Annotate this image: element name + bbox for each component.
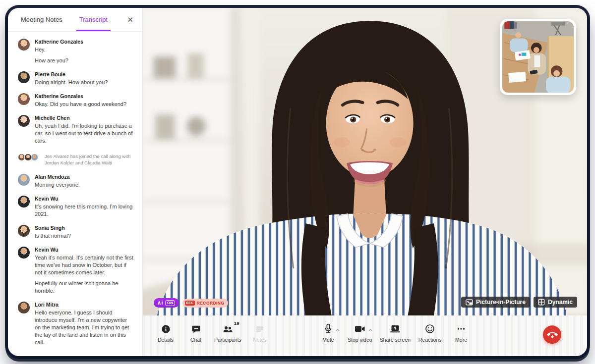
transcript-panel: Meeting Notes Transcript ✕ Katherine Gon… — [8, 8, 143, 356]
speaker-name: Kevin Wu — [35, 246, 134, 253]
reactions-label: Reactions — [418, 337, 442, 343]
participants-label: Participants — [214, 337, 241, 343]
transcript-entry: Katherine GonzalesOkay. Did you have a g… — [18, 93, 134, 108]
pip-icon — [466, 299, 473, 306]
transcript-line: It's snowing here this morning. I'm lovi… — [35, 203, 134, 218]
speaker-name: Kevin Wu — [35, 195, 134, 202]
recording-label: RECORDING — [197, 301, 225, 306]
transcript-entry: Pierre BouleDoing alright. How about you… — [18, 71, 134, 86]
transcript-system-row: Jen Alvarez has joined the call along wi… — [18, 151, 134, 167]
details-button[interactable]: Details — [154, 323, 178, 343]
mute-label: Mute — [322, 337, 334, 343]
panel-tabs: Meeting Notes Transcript ✕ — [8, 8, 142, 32]
system-message: Jen Alvarez has joined the call along wi… — [45, 153, 134, 166]
ai-on-label: ON — [165, 300, 175, 306]
avatar — [18, 115, 30, 127]
speaker-name: Katherine Gonzales — [35, 38, 134, 45]
speaker-name: Sonia Singh — [35, 224, 134, 231]
main-area: ∧i ON REC RECORDING — [143, 8, 587, 356]
chat-icon — [191, 323, 201, 335]
mic-icon — [323, 323, 333, 335]
smiley-icon — [425, 323, 435, 335]
avatar — [18, 247, 30, 259]
transcript-line: Morning everyone. — [35, 181, 134, 189]
transcript-line: Uh, yeah I did. I'm looking to purchase … — [35, 122, 134, 145]
transcript-line: Yeah it's normal. It's certainly not the… — [35, 254, 134, 276]
chat-button[interactable]: Chat — [184, 323, 208, 343]
speaker-name: Pierre Boule — [35, 71, 134, 78]
transcript-entry: Kevin WuIt's snowing here this morning. … — [18, 195, 134, 218]
details-label: Details — [158, 337, 174, 343]
share-screen-label: Share screen — [380, 337, 411, 343]
transcript-list: Katherine GonzalesHey.How are you?Pierre… — [8, 32, 142, 356]
status-badges: ∧i ON REC RECORDING — [154, 298, 228, 308]
speaker-name: Lori Mitra — [35, 301, 134, 308]
speaker-name: Michelle Chen — [35, 114, 134, 121]
close-icon[interactable]: ✕ — [125, 15, 135, 24]
info-icon — [161, 323, 171, 335]
app-page: Meeting Notes Transcript ✕ Katherine Gon… — [0, 0, 595, 364]
transcript-entry: Sonia SinghIs that normal? — [18, 224, 134, 240]
speaker-name: Alan Mendoza — [35, 173, 134, 180]
ai-logo: ∧i — [157, 300, 163, 306]
more-label: More — [455, 337, 467, 343]
transcript-line: How are you? — [35, 57, 134, 64]
transcript-line: Okay. Did you have a good weekend? — [35, 101, 134, 108]
meeting-window: Meeting Notes Transcript ✕ Katherine Gon… — [8, 8, 587, 356]
chat-label: Chat — [190, 337, 201, 343]
more-button[interactable]: More — [449, 323, 473, 343]
main-video-feed: ∧i ON REC RECORDING — [143, 8, 587, 315]
meeting-toolbar: Details Chat 19 Participants — [143, 315, 587, 356]
joined-avatars — [18, 154, 40, 161]
tab-transcript[interactable]: Transcript — [79, 8, 108, 31]
notes-icon — [255, 323, 265, 335]
transcript-line: Hey. — [35, 46, 134, 53]
share-screen-icon — [389, 323, 401, 335]
end-call-button[interactable] — [543, 325, 561, 344]
transcript-entry: Michelle ChenUh, yeah I did. I'm looking… — [18, 114, 134, 145]
participants-button[interactable]: 19 Participants — [214, 323, 241, 343]
participants-count: 19 — [234, 320, 239, 326]
avatar — [18, 302, 30, 313]
camera-icon — [354, 323, 366, 335]
avatar — [18, 71, 30, 83]
pip-video — [502, 21, 574, 93]
grid-icon — [538, 299, 545, 306]
avatar — [18, 196, 30, 208]
dynamic-view-button[interactable]: Dynamic — [534, 297, 577, 308]
tab-meeting-notes[interactable]: Meeting Notes — [21, 8, 62, 31]
picture-in-picture-button[interactable]: Picture-in-Picture — [461, 297, 530, 308]
ai-on-badge[interactable]: ∧i ON — [154, 298, 179, 308]
stop-video-label: Stop video — [348, 337, 372, 343]
stop-video-button[interactable]: Stop video — [348, 323, 372, 343]
mute-options-caret[interactable] — [336, 324, 340, 333]
avatar — [31, 154, 38, 161]
avatar — [18, 39, 30, 51]
mute-button[interactable]: Mute — [316, 323, 340, 343]
more-dots-icon — [456, 323, 466, 335]
transcript-entry: Alan MendozaMorning everyone. — [18, 173, 134, 189]
notes-button: Notes — [248, 323, 272, 343]
transcript-entry: Katherine GonzalesHey.How are you? — [18, 38, 134, 64]
transcript-line: Is that normal? — [35, 232, 134, 240]
transcript-line: Hello everyone. I guess I should introdu… — [35, 309, 134, 346]
pip-thumbnail[interactable] — [500, 19, 576, 95]
participants-icon: 19 — [222, 323, 234, 335]
pip-scene-illustration — [502, 21, 574, 93]
avatar — [18, 93, 30, 105]
video-options-caret[interactable] — [368, 324, 372, 333]
toolbar-left-group: Details Chat 19 Participants — [154, 323, 272, 343]
view-mode-buttons: Picture-in-Picture Dynamic — [461, 297, 577, 308]
transcript-entry: Kevin WuYeah it's normal. It's certainly… — [18, 246, 134, 295]
speaker-name: Katherine Gonzales — [35, 93, 134, 100]
transcript-line: Doing alright. How about you? — [35, 79, 134, 86]
dynamic-button-label: Dynamic — [548, 299, 573, 306]
pip-button-label: Picture-in-Picture — [476, 299, 526, 306]
share-screen-button[interactable]: Share screen — [380, 323, 411, 343]
end-call-icon — [547, 330, 558, 340]
reactions-button[interactable]: Reactions — [418, 323, 442, 343]
toolbar-center-group: Mute Stop video — [316, 323, 473, 343]
avatar — [18, 225, 30, 237]
notes-label: Notes — [253, 337, 266, 343]
recording-badge: REC RECORDING — [182, 299, 228, 308]
